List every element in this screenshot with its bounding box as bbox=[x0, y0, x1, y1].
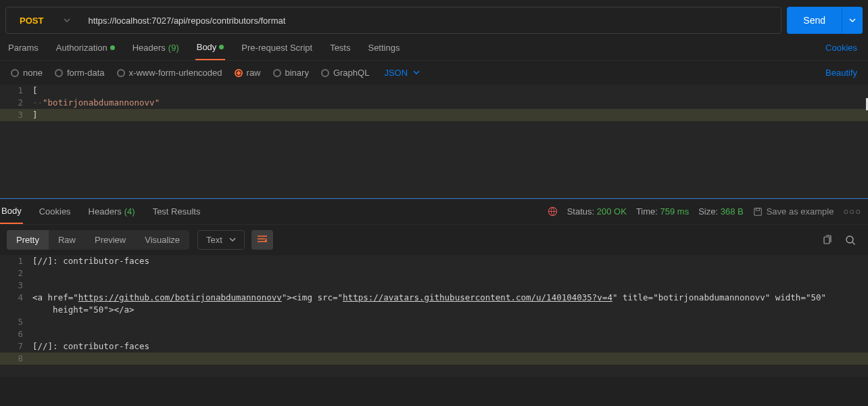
radio-label: raw bbox=[247, 68, 261, 78]
radio-label: binary bbox=[285, 68, 309, 78]
chevron-down-icon bbox=[229, 235, 236, 245]
chevron-down-icon bbox=[64, 16, 70, 26]
response-format-select[interactable]: Text bbox=[197, 230, 245, 250]
time-group[interactable]: Time: 759 ms bbox=[636, 206, 689, 217]
line-number: 3 bbox=[0, 109, 32, 121]
line-number: 5 bbox=[0, 316, 32, 328]
send-dropdown-button[interactable] bbox=[842, 7, 863, 34]
more-icon[interactable]: ○○○ bbox=[843, 206, 861, 217]
tab-tests[interactable]: Tests bbox=[329, 43, 352, 60]
save-as-example-button[interactable]: Save as example bbox=[753, 206, 834, 217]
radio-label: none bbox=[23, 68, 43, 78]
body-format-select[interactable]: JSON bbox=[384, 68, 420, 78]
copy-icon[interactable] bbox=[822, 235, 833, 246]
response-body-editor[interactable]: 1[//]: contributor-faces 2 3 4<a href="h… bbox=[0, 255, 868, 377]
radio-icon bbox=[273, 69, 281, 77]
headers-count: (9) bbox=[168, 43, 179, 53]
line-number: 6 bbox=[0, 328, 32, 340]
radio-formdata[interactable]: form-data bbox=[55, 68, 105, 78]
tab-label: Headers bbox=[89, 206, 122, 217]
radio-icon bbox=[11, 69, 19, 77]
radio-none[interactable]: none bbox=[11, 68, 43, 78]
line-number: 2 bbox=[0, 267, 32, 279]
line-number: 1 bbox=[0, 255, 32, 267]
svg-rect-1 bbox=[754, 208, 761, 215]
seg-preview[interactable]: Preview bbox=[85, 230, 135, 250]
radio-graphql[interactable]: GraphQL bbox=[321, 68, 369, 78]
tab-body[interactable]: Body bbox=[195, 42, 226, 60]
line-number: 3 bbox=[0, 279, 32, 292]
status-group[interactable]: Status: 200 OK bbox=[567, 206, 627, 217]
response-status-bar: Status: 200 OK Time: 759 ms Size: 368 B … bbox=[548, 206, 861, 223]
method-select[interactable]: POST bbox=[6, 7, 80, 33]
tab-authorization[interactable]: Authorization bbox=[55, 43, 116, 60]
code-line: [//]: contributor-faces bbox=[32, 340, 149, 353]
method-url-group: POST bbox=[5, 7, 781, 34]
code-line: ] bbox=[32, 109, 38, 121]
format-label: JSON bbox=[384, 68, 408, 78]
radio-label: GraphQL bbox=[333, 68, 369, 78]
tab-params[interactable]: Params bbox=[7, 43, 40, 60]
code-line: [ bbox=[32, 85, 38, 97]
radio-icon bbox=[321, 69, 329, 77]
request-bar: POST Send bbox=[0, 7, 868, 34]
globe-icon[interactable] bbox=[548, 206, 558, 217]
svg-rect-3 bbox=[824, 237, 829, 244]
line-number: 8 bbox=[0, 353, 32, 365]
request-body-editor[interactable]: 1[ 2··"botirjonabdumannonovv" 3] bbox=[0, 85, 868, 198]
send-button[interactable]: Send bbox=[787, 7, 842, 34]
headers-count: (4) bbox=[124, 206, 135, 217]
seg-visualize[interactable]: Visualize bbox=[135, 230, 189, 250]
resp-tab-body[interactable]: Body bbox=[0, 206, 23, 224]
code-line: ··"botirjonabdumannonovv" bbox=[32, 97, 160, 109]
tab-prerequest[interactable]: Pre-request Script bbox=[240, 43, 314, 60]
method-label: POST bbox=[20, 16, 43, 26]
url-input[interactable] bbox=[80, 7, 781, 33]
code-line: height="50"></a> bbox=[32, 304, 135, 316]
radio-icon bbox=[235, 69, 243, 77]
response-toolbar: Pretty Raw Preview Visualize Text bbox=[0, 225, 868, 255]
line-number: 7 bbox=[0, 340, 32, 353]
radio-icon bbox=[55, 69, 63, 77]
status-dot-icon bbox=[110, 45, 115, 50]
code-line: <a href="https://github.com/botirjonabdu… bbox=[32, 292, 831, 304]
radio-binary[interactable]: binary bbox=[273, 68, 309, 78]
status-dot-icon bbox=[219, 45, 224, 49]
size-group[interactable]: Size: 368 B bbox=[698, 206, 744, 217]
chevron-down-icon bbox=[413, 68, 420, 78]
line-number bbox=[0, 304, 32, 316]
save-icon bbox=[753, 207, 763, 217]
tab-label: Body bbox=[197, 42, 217, 52]
radio-label: x-www-form-urlencoded bbox=[129, 68, 222, 78]
tab-label: Authorization bbox=[56, 43, 107, 53]
seg-raw[interactable]: Raw bbox=[49, 230, 85, 250]
radio-label: form-data bbox=[67, 68, 105, 78]
line-number: 4 bbox=[0, 292, 32, 304]
format-label: Text bbox=[206, 235, 222, 245]
wrap-lines-button[interactable] bbox=[251, 230, 273, 250]
request-tabs: Params Authorization Headers (9) Body Pr… bbox=[0, 34, 868, 61]
body-type-row: none form-data x-www-form-urlencoded raw… bbox=[0, 61, 868, 85]
save-label: Save as example bbox=[767, 206, 834, 217]
radio-raw[interactable]: raw bbox=[235, 68, 261, 78]
search-icon[interactable] bbox=[845, 235, 856, 246]
beautify-button[interactable]: Beautify bbox=[825, 68, 857, 78]
toolbar-right bbox=[822, 235, 861, 246]
resp-tab-headers[interactable]: Headers (4) bbox=[87, 206, 137, 223]
view-mode-segment: Pretty Raw Preview Visualize bbox=[7, 230, 189, 250]
tab-settings[interactable]: Settings bbox=[366, 43, 401, 60]
line-number: 1 bbox=[0, 85, 32, 97]
tab-headers[interactable]: Headers (9) bbox=[131, 43, 180, 60]
resp-tab-testresults[interactable]: Test Results bbox=[151, 206, 202, 223]
radio-icon bbox=[117, 69, 125, 77]
seg-pretty[interactable]: Pretty bbox=[7, 230, 49, 250]
radio-xwww[interactable]: x-www-form-urlencoded bbox=[117, 68, 222, 78]
code-line: [//]: contributor-faces bbox=[32, 255, 149, 267]
cookies-link[interactable]: Cookies bbox=[825, 43, 861, 60]
line-number: 2 bbox=[0, 97, 32, 109]
response-tabs: Body Cookies Headers (4) Test Results St… bbox=[0, 199, 868, 225]
svg-point-4 bbox=[846, 236, 853, 243]
tab-label: Headers bbox=[132, 43, 166, 53]
resp-tab-cookies[interactable]: Cookies bbox=[38, 206, 72, 223]
send-group: Send bbox=[787, 7, 863, 34]
